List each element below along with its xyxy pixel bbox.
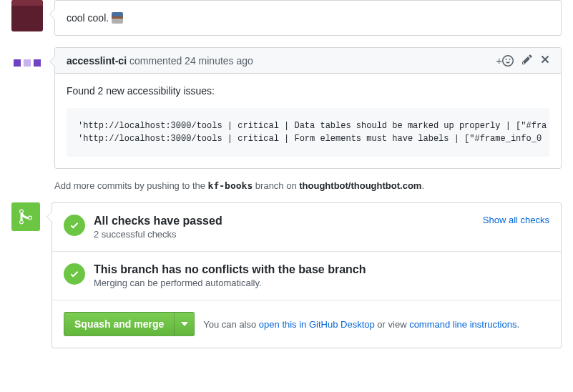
check-status-icon <box>64 263 85 285</box>
close-icon <box>541 54 549 65</box>
check-icon <box>69 269 79 279</box>
repo-name: thoughtbot/thoughtbot.com <box>299 180 421 191</box>
merge-hint: You can also open this in GitHub Desktop… <box>203 319 519 330</box>
merge-box: All checks have passed 2 successful chec… <box>52 202 562 348</box>
bot-avatar[interactable] <box>11 47 43 79</box>
user-avatar[interactable] <box>11 0 43 31</box>
comment-text: cool cool. <box>67 12 549 24</box>
checks-title: All checks have passed <box>94 215 483 227</box>
edit-comment-button[interactable] <box>522 54 532 67</box>
show-all-checks-link[interactable]: Show all checks <box>483 215 549 240</box>
comment-author[interactable]: accesslint-ci <box>67 55 127 67</box>
squash-merge-button[interactable]: Squash and merge <box>64 312 175 336</box>
check-status-icon <box>64 215 85 236</box>
git-merge-icon <box>19 208 33 225</box>
merge-dropdown-button[interactable] <box>175 312 195 336</box>
comment-header: accesslint-ci commented 24 minutes ago + <box>55 48 561 74</box>
comment-box: cool cool. <box>54 0 562 36</box>
add-reaction-button[interactable]: + <box>496 54 514 67</box>
checks-subtitle: 2 successful checks <box>94 229 483 240</box>
pencil-icon <box>522 54 532 65</box>
conflicts-title: This branch has no conflicts with the ba… <box>94 263 549 276</box>
emoji-icon <box>112 12 123 24</box>
push-hint: Add more commits by pushing to the kf-bo… <box>54 180 562 191</box>
comment-box: accesslint-ci commented 24 minutes ago +… <box>54 47 562 169</box>
branch-name: kf-books <box>208 180 253 191</box>
comment-meta: commented 24 minutes ago <box>129 55 253 67</box>
github-desktop-link[interactable]: open this in GitHub Desktop <box>259 319 375 330</box>
cli-instructions-link[interactable]: command line instructions <box>409 319 516 330</box>
code-block: 'http://localhost:3000/tools | critical … <box>67 108 549 157</box>
delete-comment-button[interactable] <box>541 54 549 67</box>
smiley-icon <box>502 55 514 67</box>
merge-status-badge <box>11 202 40 231</box>
check-icon <box>69 220 79 230</box>
conflicts-subtitle: Merging can be performed automatically. <box>94 278 549 288</box>
comment-text: Found 2 new accessibility issues: <box>67 85 549 97</box>
chevron-down-icon <box>181 322 188 326</box>
